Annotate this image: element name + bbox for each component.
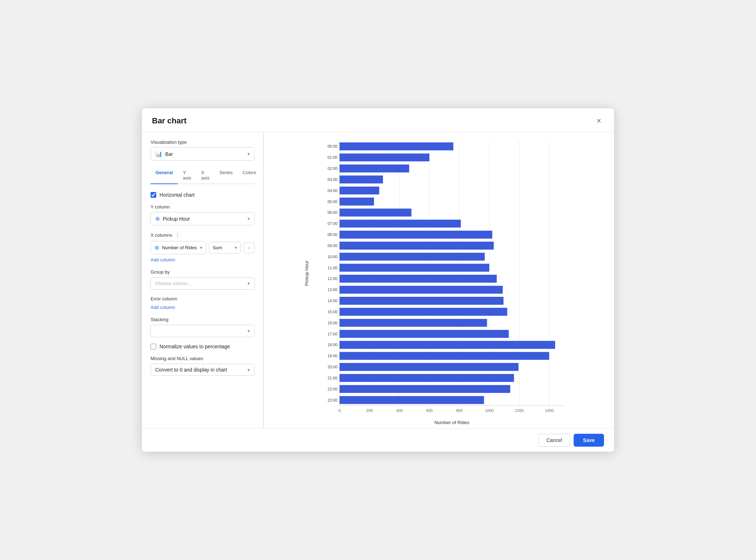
svg-rect-21: [340, 153, 429, 161]
x-col-value: Number of Rides: [162, 245, 197, 250]
remove-column-button[interactable]: -: [244, 242, 255, 253]
cancel-button[interactable]: Cancel: [538, 434, 570, 447]
svg-rect-33: [340, 220, 461, 227]
x-col-select[interactable]: ⊕ Number of Rides ▾: [151, 241, 206, 254]
svg-text:03:00: 03:00: [328, 177, 338, 182]
svg-rect-57: [340, 352, 549, 360]
horizontal-chart-row: Horizontal chart: [151, 192, 255, 198]
drag-icon[interactable]: ⋮: [175, 232, 180, 239]
svg-text:10:00: 10:00: [328, 255, 338, 259]
tabs-bar: General Y axis X axis Series Colors Dat …: [151, 167, 255, 184]
normalize-row: Normalize values to percentage: [151, 344, 255, 349]
svg-text:05:00: 05:00: [328, 200, 338, 204]
y-column-label: Y column: [151, 204, 255, 210]
add-error-column-button[interactable]: Add column: [151, 305, 175, 310]
missing-null-select[interactable]: Convert to 0 and display in chart ▾: [151, 364, 255, 376]
modal-footer: Cancel Save: [142, 428, 614, 452]
stacking-select[interactable]: ▾: [151, 325, 255, 337]
svg-text:17:00: 17:00: [328, 332, 338, 336]
svg-text:07:00: 07:00: [328, 221, 338, 226]
chevron-down-icon: ▾: [247, 281, 250, 286]
svg-text:09:00: 09:00: [328, 244, 338, 248]
tab-colors[interactable]: Colors: [238, 167, 261, 184]
svg-rect-39: [340, 253, 485, 261]
viz-type-value: Bar: [165, 151, 173, 157]
bar-chart-svg: 020040060080010001200140000:0001:0002:00…: [273, 134, 605, 427]
close-button[interactable]: ×: [594, 115, 604, 127]
svg-rect-41: [340, 264, 490, 271]
missing-null-value: Convert to 0 and display in chart: [155, 367, 227, 373]
tab-dat[interactable]: Dat: [261, 167, 264, 184]
normalize-checkbox[interactable]: [151, 344, 156, 349]
y-column-value: Pickup Hour: [163, 216, 190, 222]
viz-type-select[interactable]: 📊 Bar ▾: [151, 147, 255, 161]
normalize-label: Normalize values to percentage: [159, 344, 230, 349]
stacking-section: Stacking ▾: [151, 317, 255, 337]
svg-text:15:00: 15:00: [328, 310, 338, 314]
add-column-button[interactable]: Add column: [151, 257, 175, 262]
svg-text:00:00: 00:00: [328, 144, 338, 148]
svg-rect-27: [340, 187, 379, 195]
svg-rect-59: [340, 363, 519, 371]
svg-text:23:00: 23:00: [328, 398, 338, 402]
svg-rect-55: [340, 341, 555, 349]
y-column-select[interactable]: ⊕ Pickup Hour ▾: [151, 212, 255, 225]
tab-general[interactable]: General: [151, 167, 178, 184]
svg-rect-29: [340, 197, 374, 205]
tab-series[interactable]: Series: [215, 167, 238, 184]
x-columns-section: X columns ⋮ ⊕ Number of Rides ▾ Sum ▾: [151, 232, 255, 263]
modal-body: Visualization type 📊 Bar ▾ General Y axi…: [142, 132, 614, 428]
svg-text:04:00: 04:00: [328, 188, 338, 193]
bar-chart-icon: 📊: [155, 151, 162, 157]
svg-text:22:00: 22:00: [328, 387, 338, 391]
group-by-placeholder: Choose column...: [155, 281, 191, 286]
viz-type-section: Visualization type 📊 Bar ▾: [151, 139, 255, 161]
svg-rect-45: [340, 286, 503, 294]
svg-rect-51: [340, 319, 487, 327]
aggregation-select[interactable]: Sum ▾: [209, 242, 241, 254]
svg-rect-47: [340, 297, 504, 305]
svg-text:1400: 1400: [545, 408, 553, 413]
chevron-down-icon: ▾: [247, 216, 250, 221]
group-by-section: Group by Choose column... ▾: [151, 269, 255, 290]
x-columns-header: X columns ⋮: [151, 232, 255, 239]
aggregation-value: Sum: [213, 245, 222, 250]
tab-xaxis[interactable]: X axis: [196, 167, 215, 184]
right-panel: 020040060080010001200140000:0001:0002:00…: [264, 132, 614, 428]
svg-text:1200: 1200: [515, 408, 524, 413]
svg-rect-23: [340, 164, 409, 172]
svg-text:08:00: 08:00: [328, 232, 338, 237]
missing-null-label: Missing and NULL values: [151, 356, 255, 361]
svg-text:02:00: 02:00: [328, 166, 338, 171]
svg-rect-49: [340, 308, 507, 316]
svg-text:19:00: 19:00: [328, 354, 338, 358]
svg-rect-25: [340, 176, 383, 183]
group-by-label: Group by: [151, 269, 255, 275]
svg-text:1000: 1000: [485, 408, 494, 413]
chevron-down-icon: ▾: [247, 367, 250, 373]
horizontal-chart-checkbox[interactable]: [151, 192, 156, 198]
chevron-down-icon: ▾: [247, 328, 250, 334]
svg-text:0: 0: [338, 408, 340, 413]
chevron-down-icon: ▾: [247, 151, 250, 157]
svg-text:Number of Rides: Number of Rides: [435, 420, 470, 425]
svg-rect-61: [340, 374, 514, 382]
svg-text:200: 200: [366, 408, 373, 413]
chart-area: 020040060080010001200140000:0001:0002:00…: [273, 134, 605, 427]
missing-null-section: Missing and NULL values Convert to 0 and…: [151, 356, 255, 376]
svg-text:16:00: 16:00: [328, 321, 338, 325]
left-panel: Visualization type 📊 Bar ▾ General Y axi…: [142, 132, 264, 428]
svg-text:400: 400: [396, 408, 403, 413]
x-columns-label: X columns: [151, 232, 172, 238]
modal-title: Bar chart: [152, 116, 187, 126]
svg-rect-65: [340, 396, 484, 404]
svg-text:20:00: 20:00: [328, 365, 338, 369]
chevron-down-icon: ▾: [200, 245, 202, 250]
svg-rect-37: [340, 242, 494, 250]
group-by-select[interactable]: Choose column... ▾: [151, 277, 255, 290]
modal-header: Bar chart ×: [142, 108, 614, 132]
tab-yaxis[interactable]: Y axis: [178, 167, 196, 184]
modal: Bar chart × Visualization type 📊 Bar ▾ G…: [142, 108, 614, 452]
save-button[interactable]: Save: [574, 434, 604, 447]
svg-text:13:00: 13:00: [328, 288, 338, 292]
